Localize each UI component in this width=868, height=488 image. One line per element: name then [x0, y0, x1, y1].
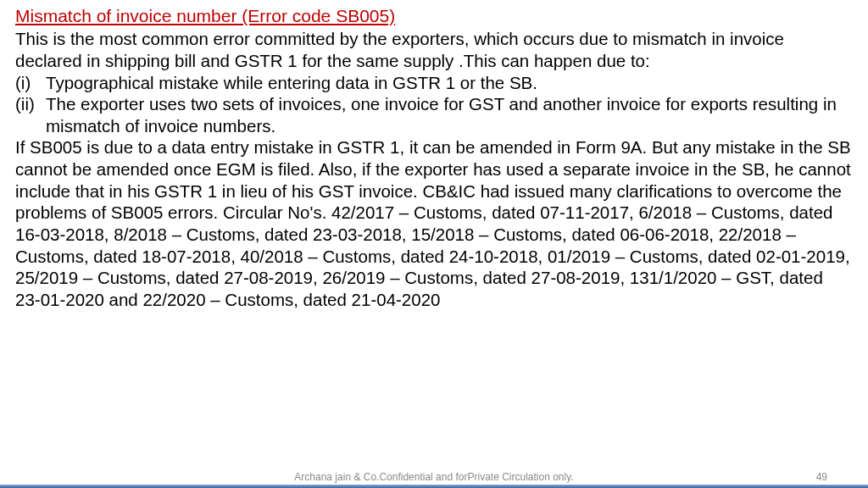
page-number: 49 — [816, 471, 827, 483]
list-item: (i) Typographical mistake while entering… — [15, 72, 853, 94]
list-item: (ii) The exporter uses two sets of invoi… — [15, 93, 853, 136]
footer-accent-bar — [0, 485, 868, 488]
slide: Mismatch of invoice number (Error code S… — [0, 0, 868, 488]
list-text: The exporter uses two sets of invoices, … — [46, 93, 853, 136]
list-marker: (ii) — [15, 93, 46, 136]
list-marker: (i) — [15, 72, 46, 94]
reason-list: (i) Typographical mistake while entering… — [15, 72, 853, 137]
intro-paragraph: This is the most common error committed … — [15, 28, 853, 71]
detail-paragraph: If SB005 is due to a data entry mistake … — [15, 136, 853, 310]
slide-title: Mismatch of invoice number (Error code S… — [15, 5, 853, 27]
list-text: Typographical mistake while entering dat… — [46, 72, 853, 94]
slide-footer: Archana jain & Co.Confidential and forPr… — [0, 469, 868, 488]
footer-text: Archana jain & Co.Confidential and forPr… — [0, 471, 868, 483]
